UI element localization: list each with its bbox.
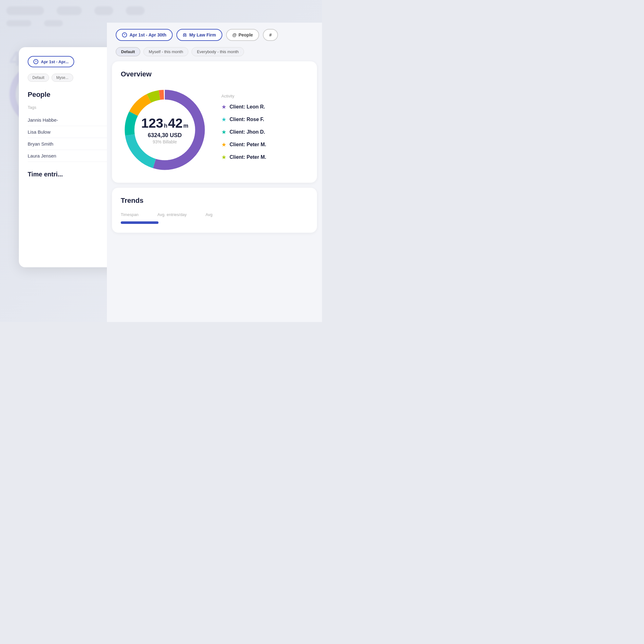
activity-name-4: Client: Peter M. xyxy=(230,154,266,160)
star-icon-3: ★ xyxy=(221,141,226,148)
hash-icon: # xyxy=(269,32,272,37)
main-card: Apr 1st - Apr 30th ⚖ My Law Firm @ Peopl… xyxy=(107,23,322,322)
list-item[interactable]: Laura Jensen xyxy=(28,150,117,162)
donut-usd: 6324,30 USD xyxy=(141,132,188,139)
activity-name-2: Client: Jhon D. xyxy=(230,129,265,135)
activity-item-1: ★ Client: Rose F. xyxy=(221,116,308,123)
chips-row: Default Myself - this month Everybody - … xyxy=(107,47,322,61)
activity-name-1: Client: Rose F. xyxy=(230,117,264,122)
firm-label: My Law Firm xyxy=(189,32,216,37)
overview-title: Overview xyxy=(121,70,308,78)
activity-item-0: ★ Client: Leon R. xyxy=(221,103,308,110)
scale-icon: ⚖ xyxy=(183,32,187,37)
left-panel-date-btn[interactable]: Apr 1st - Apr... xyxy=(28,56,74,67)
donut-hours-num: 123 xyxy=(141,116,163,131)
left-date-label: Apr 1st - Apr... xyxy=(41,59,69,64)
overview-content: 123 h 42 m 6324,30 USD 93% Billable Acti… xyxy=(121,86,308,174)
firm-filter-btn[interactable]: ⚖ My Law Firm xyxy=(176,29,222,41)
donut-hours-unit: h xyxy=(164,123,167,129)
filter-bar: Apr 1st - Apr 30th ⚖ My Law Firm @ Peopl… xyxy=(107,23,322,47)
star-icon-2: ★ xyxy=(221,129,226,136)
people-label: People xyxy=(238,32,253,37)
date-label: Apr 1st - Apr 30th xyxy=(130,32,166,37)
left-filter-row: Default Myse... xyxy=(28,74,117,82)
donut-mins-unit: m xyxy=(183,123,188,129)
left-people-title: People xyxy=(28,91,117,99)
clock-icon-left xyxy=(33,59,38,64)
trends-col-avg: Avg. entries/day xyxy=(158,212,187,217)
list-item[interactable]: Bryan Smith xyxy=(28,138,117,150)
hash-filter-btn[interactable]: # xyxy=(263,29,278,41)
left-chip-default[interactable]: Default xyxy=(28,74,49,82)
activity-name-0: Client: Leon R. xyxy=(230,104,265,110)
chip-everybody[interactable]: Everybody - this month xyxy=(192,47,244,56)
activity-item-4: ★ Client: Peter M. xyxy=(221,154,308,161)
donut-hours-row: 123 h 42 m xyxy=(141,116,188,131)
activity-label: Activity xyxy=(221,94,308,98)
left-tags-label: Tags xyxy=(28,105,117,110)
left-time-entries-title: Time entri... xyxy=(28,171,117,178)
trends-card: Trends Timespan Avg. entries/day Avg xyxy=(112,188,317,233)
list-item[interactable]: Lisa Bulow xyxy=(28,126,117,138)
star-icon-0: ★ xyxy=(221,103,226,110)
list-item[interactable]: Jannis Habbe- xyxy=(28,114,117,126)
chip-myself[interactable]: Myself - this month xyxy=(143,47,188,56)
clock-icon-main xyxy=(122,32,127,37)
donut-chart: 123 h 42 m 6324,30 USD 93% Billable xyxy=(121,86,209,174)
trends-col-avg2: Avg xyxy=(206,212,213,217)
overview-card: Overview xyxy=(112,61,317,183)
activity-item-2: ★ Client: Jhon D. xyxy=(221,129,308,136)
left-chip-myse[interactable]: Myse... xyxy=(52,74,73,82)
trends-cols: Timespan Avg. entries/day Avg xyxy=(121,212,308,217)
trends-title: Trends xyxy=(121,197,308,205)
chip-default[interactable]: Default xyxy=(116,47,140,56)
trends-col-timespan: Timespan xyxy=(121,212,139,217)
star-icon-4: ★ xyxy=(221,154,226,161)
donut-billable: 93% Billable xyxy=(141,139,188,144)
people-filter-btn[interactable]: @ People xyxy=(226,29,259,41)
at-icon: @ xyxy=(232,32,237,37)
trends-bar-row xyxy=(121,221,308,224)
activity-item-3: ★ Client: Peter M. xyxy=(221,141,308,148)
activity-panel: Activity ★ Client: Leon R. ★ Client: Ros… xyxy=(221,94,308,166)
trends-bar xyxy=(121,221,158,224)
donut-center: 123 h 42 m 6324,30 USD 93% Billable xyxy=(141,116,188,144)
star-icon-1: ★ xyxy=(221,116,226,123)
activity-name-3: Client: Peter M. xyxy=(230,142,266,147)
donut-mins-num: 42 xyxy=(168,116,183,131)
date-filter-btn[interactable]: Apr 1st - Apr 30th xyxy=(116,29,173,41)
